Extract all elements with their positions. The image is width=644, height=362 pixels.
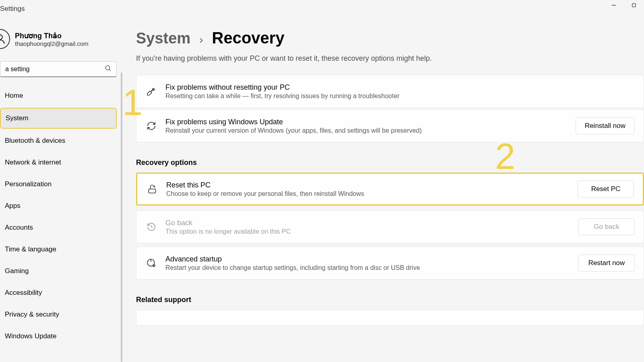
- svg-point-3: [105, 66, 110, 70]
- svg-point-2: [0, 35, 2, 40]
- card-related-support[interactable]: [136, 310, 644, 326]
- section-related-support: Related support: [136, 296, 644, 304]
- reset-pc-button[interactable]: Reset PC: [578, 181, 634, 197]
- sidebar-item-privacy[interactable]: Privacy & security: [0, 305, 117, 324]
- sidebar-item-system[interactable]: System: [0, 108, 117, 129]
- intro-text: If you're having problems with your PC o…: [136, 54, 644, 63]
- reset-icon: [146, 184, 158, 194]
- maximize-button[interactable]: [632, 3, 636, 7]
- svg-rect-1: [632, 4, 636, 7]
- content-area: System › Recovery If you're having probl…: [121, 20, 644, 362]
- card-go-back: Go back This option is no longer availab…: [136, 210, 644, 243]
- sidebar-item-bluetooth[interactable]: Bluetooth & devices: [0, 131, 117, 150]
- breadcrumb-current: Recovery: [212, 29, 285, 47]
- sidebar-item-windows-update[interactable]: Windows Update: [0, 327, 117, 346]
- card-title: Fix problems using Windows Update: [165, 118, 568, 126]
- card-title: Go back: [165, 219, 570, 227]
- svg-rect-0: [612, 5, 616, 5]
- scrollbar[interactable]: [121, 72, 122, 362]
- titlebar: Settings: [0, 0, 644, 20]
- section-recovery-options: Recovery options: [136, 158, 644, 167]
- nav: Home System Bluetooth & devices Network …: [0, 86, 117, 348]
- card-subtitle: Choose to keep or remove your personal f…: [166, 190, 570, 197]
- sidebar-item-accounts[interactable]: Accounts: [0, 218, 117, 237]
- sidebar-item-network[interactable]: Network & internet: [0, 153, 117, 172]
- search-box[interactable]: [0, 61, 117, 77]
- card-subtitle: This option is no longer available on th…: [165, 228, 570, 235]
- minimize-button[interactable]: [612, 3, 616, 7]
- svg-point-9: [153, 265, 155, 266]
- sidebar-item-apps[interactable]: Apps: [0, 196, 117, 216]
- restart-now-button[interactable]: Restart now: [578, 255, 635, 272]
- card-reset-pc[interactable]: Reset this PC Choose to keep or remove y…: [136, 173, 644, 206]
- wrench-icon: [145, 86, 157, 97]
- card-subtitle: Reinstall your current version of Window…: [165, 127, 568, 134]
- app-title: Settings: [0, 3, 25, 13]
- reinstall-now-button[interactable]: Reinstall now: [576, 117, 635, 134]
- breadcrumb-parent[interactable]: System: [136, 30, 190, 47]
- history-icon: [145, 222, 157, 232]
- svg-line-4: [109, 69, 111, 71]
- card-title: Reset this PC: [166, 181, 570, 189]
- chevron-right-icon: ›: [199, 33, 203, 46]
- profile-block[interactable]: Phương Thảo thaophuongql2@gmail.com: [0, 20, 117, 58]
- card-advanced-startup[interactable]: Advanced startup Restart your device to …: [136, 247, 644, 280]
- card-fix-no-reset[interactable]: Fix problems without resetting your PC R…: [136, 75, 644, 108]
- search-input[interactable]: [0, 61, 117, 77]
- sidebar: Phương Thảo thaophuongql2@gmail.com Home…: [0, 20, 121, 362]
- card-subtitle: Restart your device to change startup se…: [165, 264, 570, 272]
- go-back-button: Go back: [578, 218, 635, 235]
- sidebar-item-accessibility[interactable]: Accessibility: [0, 283, 117, 302]
- sidebar-item-home[interactable]: Home: [0, 86, 117, 105]
- search-icon: [105, 65, 112, 74]
- refresh-icon: [145, 121, 157, 131]
- breadcrumb: System › Recovery: [136, 29, 644, 47]
- window-controls: [612, 3, 636, 7]
- power-gear-icon: [145, 258, 157, 268]
- svg-rect-5: [149, 189, 155, 193]
- card-fix-windows-update[interactable]: Fix problems using Windows Update Reinst…: [136, 109, 644, 142]
- card-title: Fix problems without resetting your PC: [165, 83, 635, 92]
- sidebar-item-gaming[interactable]: Gaming: [0, 261, 117, 281]
- profile-name: Phương Thảo: [15, 31, 89, 40]
- sidebar-item-time-lang[interactable]: Time & language: [0, 240, 117, 259]
- card-subtitle: Resetting can take a while — first, try …: [165, 93, 635, 100]
- sidebar-item-personalization[interactable]: Personalization: [0, 175, 117, 194]
- avatar: [0, 29, 10, 49]
- card-title: Advanced startup: [165, 255, 570, 263]
- profile-email: thaophuongql2@gmail.com: [15, 40, 89, 47]
